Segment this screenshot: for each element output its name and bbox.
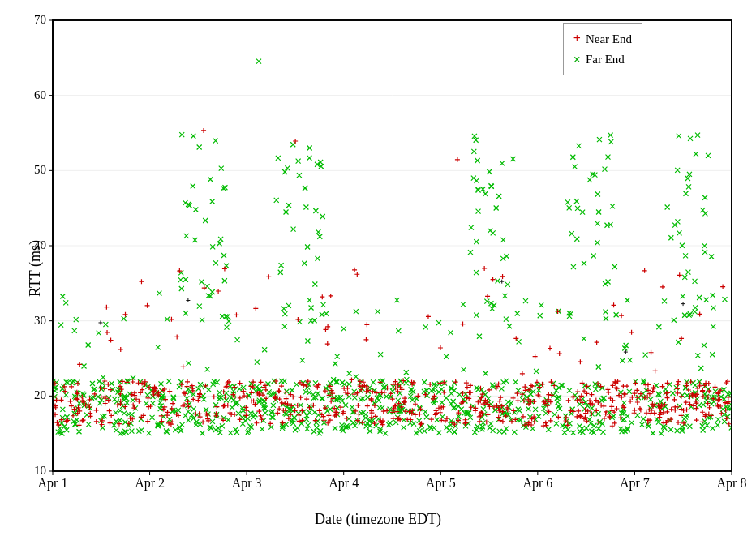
far-end-label: Far End <box>586 49 625 69</box>
legend-far-end: × Far End <box>573 49 632 71</box>
legend-near-end: + Near End <box>573 28 632 49</box>
chart-legend: + Near End × Far End <box>563 23 642 75</box>
y-axis-label: RTT (ms) <box>27 239 44 296</box>
x-axis-label: Date (timezone EDT) <box>315 511 441 528</box>
far-end-symbol: × <box>573 49 581 71</box>
near-end-symbol: + <box>573 28 581 49</box>
near-end-label: Near End <box>586 29 632 49</box>
chart-container: RTT (ms) Date (timezone EDT) + Near End … <box>0 0 756 536</box>
